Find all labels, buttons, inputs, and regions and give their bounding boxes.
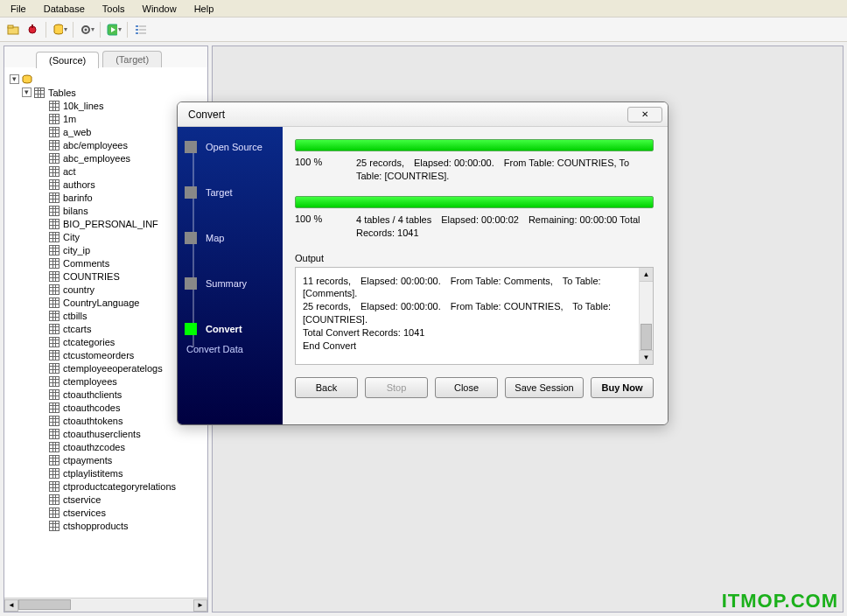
toolbar-gear-icon[interactable]: ▾ <box>79 22 94 38</box>
tree-item-label[interactable]: Comments <box>63 258 109 269</box>
tree-item-label[interactable]: abc/employees <box>63 140 128 150</box>
tree-item[interactable]: ctcategories <box>6 335 206 348</box>
tree-item-label[interactable]: COUNTRIES <box>63 271 120 282</box>
tree-item[interactable]: country <box>6 283 206 296</box>
tree-item[interactable]: ctcarts <box>6 322 206 335</box>
tree-item-label[interactable]: BIO_PERSONAL_INF <box>63 219 158 229</box>
scroll-track[interactable] <box>18 599 193 612</box>
expander-icon[interactable]: ▾ <box>22 88 32 97</box>
toolbar-action1-icon[interactable] <box>24 22 40 38</box>
back-button[interactable]: Back <box>295 377 358 398</box>
tree-item[interactable]: ctplaylistitems <box>6 466 206 480</box>
tree-root-db[interactable]: ▾ <box>6 73 206 86</box>
tree-item-label[interactable]: ctservices <box>63 508 106 518</box>
tree-item-label[interactable]: ctcategories <box>63 337 115 347</box>
output-scroll-thumb[interactable] <box>640 324 652 350</box>
tree-item[interactable]: 1m <box>6 112 206 125</box>
tree-item[interactable]: abc_employees <box>6 151 206 164</box>
wizard-step[interactable]: Target <box>185 183 276 202</box>
tree-item-label[interactable]: country <box>63 284 94 295</box>
tree-item-label[interactable]: ctshopproducts <box>63 521 129 531</box>
menu-file[interactable]: File <box>2 2 35 16</box>
tab-target[interactable]: (Target) <box>102 51 162 67</box>
tree-item[interactable]: abc/employees <box>6 138 206 151</box>
tree-item-label[interactable]: a_web <box>63 127 91 137</box>
tree-item[interactable]: ctoauthclients <box>6 388 206 401</box>
tab-source[interactable]: (Source) <box>36 52 99 68</box>
tree-item[interactable]: bilans <box>6 204 206 217</box>
tree-item[interactable]: ctoauthzcodes <box>6 440 206 453</box>
tree-item-label[interactable]: ctcustomeorders <box>63 350 134 360</box>
tree-item[interactable]: BIO_PERSONAL_INF <box>6 217 206 230</box>
dialog-titlebar[interactable]: Convert ✕ <box>178 102 668 127</box>
scroll-left-icon[interactable]: ◄ <box>4 599 18 612</box>
tree-item[interactable]: authors <box>6 178 206 191</box>
stop-button[interactable]: Stop <box>365 377 428 398</box>
tree-item[interactable]: act <box>6 164 206 178</box>
output-scroll-track[interactable] <box>640 282 653 350</box>
tree-item[interactable]: ctservices <box>6 506 206 519</box>
tree-item[interactable]: a_web <box>6 125 206 138</box>
toolbar-list-icon[interactable] <box>133 22 149 38</box>
toolbar-run-icon[interactable]: ▾ <box>106 22 122 38</box>
tree-item-label[interactable]: CountryLanguage <box>63 298 139 308</box>
tree-item[interactable]: COUNTRIES <box>6 270 206 283</box>
tree-item-label[interactable]: city_ip <box>63 245 90 256</box>
toolbar-db-icon[interactable]: ▾ <box>52 22 67 38</box>
tree-item-label[interactable]: abc_employees <box>63 153 130 164</box>
tree-item-label[interactable]: ctoauthtokens <box>63 416 123 426</box>
toolbar-open-icon[interactable] <box>5 22 21 38</box>
tree-item[interactable]: ctoauthcodes <box>6 401 206 414</box>
menu-tools[interactable]: Tools <box>94 2 134 16</box>
tree-item-label[interactable]: ctoauthcodes <box>63 402 120 413</box>
tree-item-label[interactable]: bilans <box>63 206 88 216</box>
scroll-down-icon[interactable]: ▼ <box>640 350 653 364</box>
tree-item[interactable]: 10k_lines <box>6 99 206 112</box>
tree-item-label[interactable]: barinfo <box>63 192 93 203</box>
tree-item[interactable]: city_ip <box>6 243 206 256</box>
expander-icon[interactable]: ▾ <box>10 74 19 84</box>
tree-item-label[interactable]: ctoauthuserclients <box>63 429 141 439</box>
tree-item-label[interactable]: authors <box>63 179 95 190</box>
tree-item-label[interactable]: ctservice <box>63 494 101 505</box>
scroll-right-icon[interactable]: ► <box>193 599 207 612</box>
tree-item[interactable]: ctoauthuserclients <box>6 427 206 440</box>
tree-item[interactable]: ctemployees <box>6 374 206 388</box>
tree-item-label[interactable]: 10k_lines <box>63 101 103 111</box>
tree-item[interactable]: ctoauthtokens <box>6 414 206 427</box>
menu-help[interactable]: Help <box>186 2 223 16</box>
tree-item-label[interactable]: ctbills <box>63 311 88 321</box>
tree-item-label[interactable]: ctemployeeoperatelogs <box>63 363 163 374</box>
output-textbox[interactable]: 11 records, Elapsed: 00:00:00. From Tabl… <box>295 267 654 365</box>
tree-item[interactable]: ctemployeeoperatelogs <box>6 361 206 374</box>
dialog-close-button[interactable]: ✕ <box>627 107 662 122</box>
menu-database[interactable]: Database <box>35 2 94 16</box>
menu-window[interactable]: Window <box>134 2 186 16</box>
scroll-thumb[interactable] <box>18 599 71 610</box>
horizontal-scrollbar[interactable]: ◄ ► <box>4 598 207 612</box>
buy-now-button[interactable]: Buy Now <box>591 377 654 398</box>
tree-item-label[interactable]: City <box>63 232 80 242</box>
tree-item[interactable]: ctpayments <box>6 453 206 466</box>
wizard-step[interactable]: Summary <box>185 274 276 293</box>
tree-item[interactable]: ctservice <box>6 493 206 506</box>
tree-item-label[interactable]: ctemployees <box>63 376 117 387</box>
output-vertical-scrollbar[interactable]: ▲ ▼ <box>639 268 653 364</box>
tree-item[interactable]: City <box>6 230 206 243</box>
tree-item-label[interactable]: ctoauthclients <box>63 389 122 400</box>
tree-tables-group[interactable]: ▾Tables <box>6 86 206 99</box>
tree-item[interactable]: Comments <box>6 256 206 270</box>
scroll-up-icon[interactable]: ▲ <box>640 268 653 282</box>
wizard-step[interactable]: Open Source <box>185 137 276 157</box>
tree-item-label[interactable]: ctpayments <box>63 455 112 466</box>
tree-item-label[interactable]: ctplaylistitems <box>63 468 122 479</box>
save-session-button[interactable]: Save Session <box>505 377 584 398</box>
tree-item-label[interactable]: ctcarts <box>63 324 91 334</box>
tree-item[interactable]: ctshopproducts <box>6 519 206 532</box>
tree-item-label[interactable]: act <box>63 166 76 177</box>
tree-item[interactable]: CountryLanguage <box>6 296 206 309</box>
wizard-step[interactable]: Convert <box>185 319 276 339</box>
tree-item-label[interactable]: ctproductcategoryrelations <box>63 481 176 492</box>
tree-item[interactable]: ctbills <box>6 309 206 322</box>
tree-item[interactable]: ctproductcategoryrelations <box>6 480 206 493</box>
